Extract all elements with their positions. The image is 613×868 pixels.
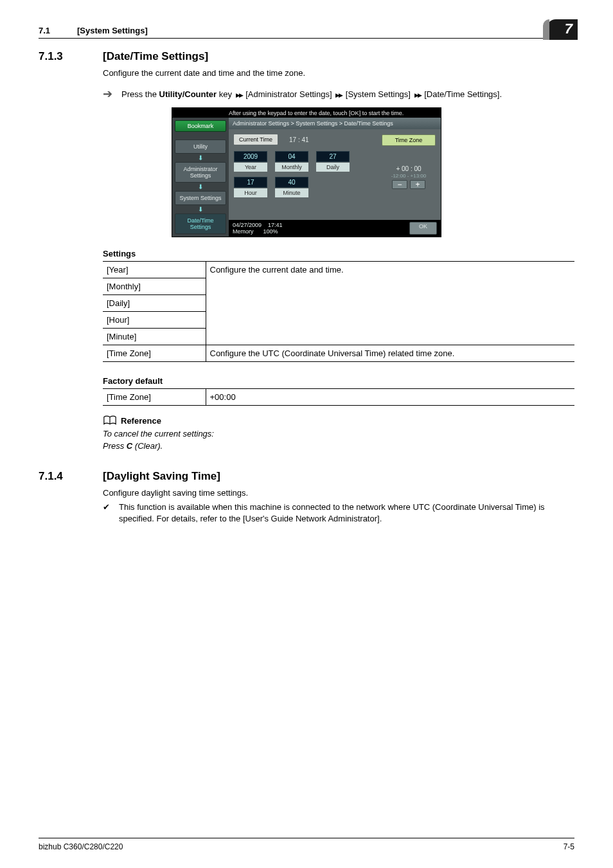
table-row: [Time Zone]+00:00 [103, 389, 574, 406]
page-header: 7.1 [System Settings] [39, 26, 574, 35]
section-714-number: 7.1.4 [39, 470, 103, 483]
plus-button[interactable]: + [410, 180, 425, 189]
section-713-title: [Date/Time Settings] [103, 50, 208, 63]
reference-heading: Reference [103, 415, 574, 426]
setting-key: [Year] [103, 262, 206, 278]
footer-model: bizhub C360/C280/C220 [39, 842, 123, 851]
timezone-button[interactable]: Time Zone [382, 134, 436, 146]
arrow-down-icon: ⬇ [175, 154, 226, 161]
year-value[interactable]: 2009 [234, 151, 267, 162]
press-text-post: key [217, 89, 234, 99]
table-row: [Time Zone]Configure the UTC (Coordinate… [103, 345, 574, 362]
page-footer: bizhub C360/C280/C220 7-5 [39, 838, 574, 851]
current-time-label: Current Time [234, 134, 278, 145]
factory-default-table: [Time Zone]+00:00 [103, 388, 574, 406]
section-714-note: ✔ This function is available when this m… [103, 502, 574, 524]
section-713-intro: Configure the current date and time and … [103, 68, 574, 78]
reference-line1: To cancel the current settings: [103, 429, 574, 439]
chapter-badge: 7 [547, 19, 578, 40]
triangle-icon: ▶▶ [335, 92, 342, 98]
current-time-value: 17 : 41 [280, 136, 309, 143]
nav-system-settings: [System Settings] [343, 89, 413, 99]
status-memory-value: 100% [263, 228, 278, 235]
reference-line2: Press C (Clear). [103, 441, 574, 451]
section-714-title: [Daylight Saving Time] [103, 470, 220, 483]
year-label: Year [234, 163, 267, 172]
press-text-pre: Press the [121, 89, 159, 99]
navigation-instruction: ➔ Press the Utility/Counter key ▶▶ [Admi… [103, 87, 574, 101]
factory-default-title: Factory default [103, 376, 574, 386]
checkmark-icon: ✔ [103, 502, 110, 524]
utility-counter-key: Utility/Counter [159, 89, 217, 99]
section-713-number: 7.1.3 [39, 50, 103, 63]
ok-button[interactable]: OK [409, 222, 437, 235]
settings-table-title: Settings [103, 249, 574, 258]
factory-value: +00:00 [206, 389, 574, 406]
table-row: [Year]Configure the current date and tim… [103, 262, 574, 278]
header-section-title: [System Settings] [77, 26, 148, 35]
section-714-heading: 7.1.4 [Daylight Saving Time] [39, 470, 574, 483]
timezone-value: + 00 : 00 [382, 165, 436, 172]
minute-label: Minute [275, 188, 308, 197]
setting-value: Configure the UTC (Coordinate Universal … [206, 345, 574, 362]
day-label: Daily [316, 163, 350, 172]
nav-admin-settings: [Administrator Settings] [244, 89, 335, 99]
crumb-admin-settings[interactable]: Administrator Settings [175, 162, 226, 183]
month-label: Monthly [275, 163, 308, 172]
arrow-down-icon: ⬇ [175, 183, 226, 190]
bookmark-button[interactable]: Bookmark [175, 120, 226, 132]
reference-title: Reference [121, 416, 161, 426]
device-sidebar: Bookmark Utility ⬇ Administrator Setting… [172, 118, 229, 237]
header-section-number: 7.1 [39, 26, 77, 35]
day-value[interactable]: 27 [316, 151, 350, 162]
crumb-system-settings[interactable]: System Settings [175, 191, 226, 205]
minute-value[interactable]: 40 [275, 177, 308, 188]
setting-key: [Daily] [103, 295, 206, 312]
arrow-down-icon: ⬇ [175, 206, 226, 213]
status-time: 17:41 [268, 222, 283, 228]
factory-key: [Time Zone] [103, 389, 206, 406]
setting-key: [Minute] [103, 329, 206, 345]
section-714-note-text: This function is available when this mac… [119, 502, 574, 524]
hour-value[interactable]: 17 [234, 177, 267, 188]
status-date: 04/27/2009 [233, 222, 262, 228]
crumb-utility[interactable]: Utility [175, 140, 226, 154]
device-screenshot: After using the keypad to enter the date… [172, 107, 441, 237]
hour-label: Hour [234, 188, 267, 197]
breadcrumb-path: Administrator Settings > System Settings… [229, 118, 441, 129]
setting-key: [Hour] [103, 312, 206, 329]
device-top-message: After using the keypad to enter the date… [172, 108, 441, 118]
status-bar-left: 04/27/2009 17:41 Memory 100% [233, 222, 283, 235]
footer-page-number: 7-5 [564, 842, 574, 851]
nav-datetime-settings: [Date/Time Settings]. [422, 89, 502, 99]
setting-key: [Time Zone] [103, 345, 206, 362]
triangle-icon: ▶▶ [236, 92, 242, 98]
setting-key: [Monthly] [103, 278, 206, 295]
timezone-range: -12:00 - +13:00 [382, 173, 436, 179]
status-memory-label: Memory [233, 228, 254, 235]
minus-button[interactable]: − [392, 180, 407, 189]
section-714-intro: Configure daylight saving time settings. [103, 488, 574, 498]
setting-value: Configure the current date and time. [206, 262, 574, 345]
month-value[interactable]: 04 [275, 151, 308, 162]
section-713-heading: 7.1.3 [Date/Time Settings] [39, 50, 574, 63]
crumb-datetime-settings[interactable]: Date/Time Settings [175, 213, 226, 234]
header-rule [39, 38, 574, 39]
settings-table: [Year]Configure the current date and tim… [103, 261, 574, 362]
triangle-icon: ▶▶ [414, 92, 421, 98]
book-icon [103, 415, 117, 426]
arrow-right-icon: ➔ [103, 87, 112, 101]
